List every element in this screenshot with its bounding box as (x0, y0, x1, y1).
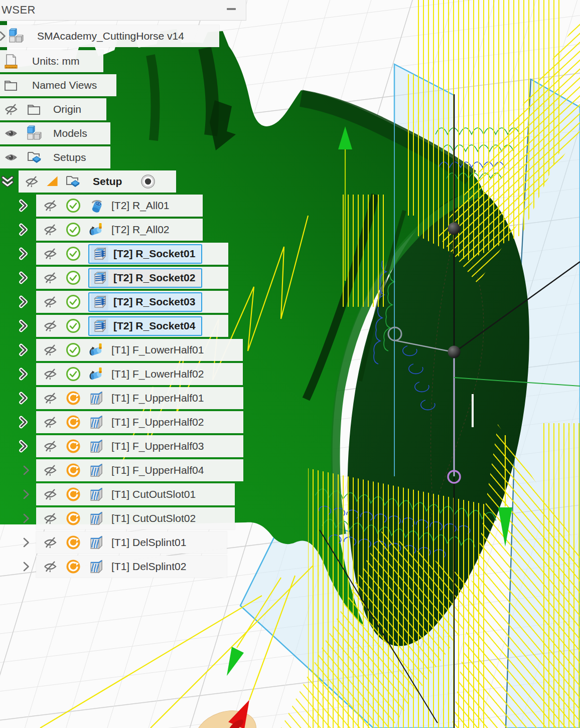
steep-shallow-icon (92, 270, 108, 286)
status-regenerate-icon (65, 559, 81, 575)
op-label[interactable]: [T1] F_LowerHalf01 (111, 344, 204, 356)
parallel-icon (88, 414, 104, 430)
chevron-right-icon[interactable] (0, 30, 8, 43)
status-ok-icon (65, 342, 81, 358)
document-title[interactable]: SMAcademy_CuttingHorse v14 (37, 30, 184, 42)
status-regenerate-icon (65, 510, 81, 526)
status-regenerate-icon (65, 414, 81, 430)
status-ok-icon (65, 270, 81, 286)
visibility-off-icon[interactable] (42, 390, 58, 406)
units-label[interactable]: Units: mm (32, 55, 80, 67)
gear-shadow-2 (151, 55, 155, 140)
visibility-off-icon[interactable] (42, 414, 58, 430)
visibility-off-icon[interactable] (42, 486, 58, 502)
op-label[interactable]: [T2] R_All01 (111, 200, 170, 212)
status-ok-icon (65, 222, 81, 238)
visibility-on-icon[interactable] (3, 125, 19, 141)
op-label[interactable]: [T1] CutOutSlot01 (111, 488, 196, 500)
status-regenerate-icon (65, 438, 81, 454)
visibility-off-icon[interactable] (42, 559, 58, 575)
chevron-right-icon[interactable] (20, 560, 33, 573)
visibility-off-icon[interactable] (42, 534, 58, 551)
folder-icon (3, 77, 19, 93)
op-label[interactable]: [T1] F_UpperHalf02 (111, 416, 204, 428)
op-label[interactable]: [T1] F_LowerHalf02 (111, 368, 204, 380)
parallel-icon (88, 390, 104, 406)
rotary-icon (88, 222, 104, 238)
steep-shallow-icon (92, 318, 108, 334)
parallel-icon (88, 462, 104, 478)
status-ok-icon (65, 318, 81, 334)
chevron-right-icon[interactable] (17, 440, 30, 453)
status-regenerate-icon (65, 486, 81, 502)
chevron-right-icon[interactable] (20, 512, 33, 525)
visibility-off-icon[interactable] (42, 342, 58, 358)
op-label[interactable]: [T2] R_Socket03 (113, 296, 195, 308)
setups-folder-icon (26, 149, 42, 165)
selection-box[interactable]: [T2] R_Socket04 (88, 316, 202, 336)
origin-label[interactable]: Origin (53, 103, 81, 115)
op-label[interactable]: [T1] F_UpperHalf03 (111, 440, 204, 452)
op-label[interactable]: [T1] CutOutSlot02 (111, 512, 196, 524)
setup-folder-icon (65, 173, 81, 190)
chevron-right-icon[interactable] (17, 343, 30, 356)
origin-point-handle[interactable] (448, 346, 461, 358)
op-label[interactable]: [T2] R_All02 (111, 224, 170, 236)
active-setup-radio[interactable] (140, 173, 156, 190)
chevron-right-icon[interactable] (17, 199, 30, 212)
chevron-right-icon[interactable] (17, 271, 30, 284)
chevron-right-icon[interactable] (17, 295, 30, 308)
units-icon (3, 53, 19, 69)
visibility-off-icon[interactable] (42, 270, 58, 286)
chevron-right-icon[interactable] (17, 416, 30, 429)
parallel-icon (88, 438, 104, 454)
named-views-label[interactable]: Named Views (32, 79, 97, 91)
browser-panel-header: WSER (0, 0, 246, 21)
chevron-right-icon[interactable] (20, 464, 33, 477)
op-label[interactable]: [T1] F_UpperHalf01 (111, 392, 204, 404)
chevron-right-icon[interactable] (17, 368, 30, 381)
op-label[interactable]: [T2] R_Socket01 (113, 248, 195, 260)
parallel-icon (88, 510, 104, 526)
visibility-off-icon[interactable] (42, 294, 58, 310)
chevron-right-icon[interactable] (20, 488, 33, 501)
chevron-right-icon[interactable] (17, 223, 30, 236)
op-label[interactable]: [T1] F_UpperHalf04 (111, 464, 204, 476)
selection-box[interactable]: [T2] R_Socket01 (88, 244, 202, 264)
visibility-off-icon[interactable] (42, 462, 58, 478)
op-label[interactable]: [T1] DelSplint01 (111, 536, 186, 549)
visibility-off-icon[interactable] (42, 318, 58, 334)
parallel-icon (88, 559, 104, 575)
visibility-off-icon[interactable] (42, 366, 58, 382)
browser-title: WSER (0, 4, 36, 17)
status-regenerate-icon (65, 390, 81, 406)
chevron-right-icon[interactable] (17, 392, 30, 405)
selection-box[interactable]: [T2] R_Socket02 (88, 268, 202, 288)
status-ok-icon (65, 294, 81, 310)
parallel-icon (88, 486, 104, 502)
status-ok-icon (65, 246, 81, 262)
setup-label[interactable]: Setup (93, 175, 122, 188)
rotary-icon (88, 342, 104, 358)
op-label[interactable]: [T1] DelSplint02 (111, 561, 186, 573)
setups-label[interactable]: Setups (53, 151, 86, 163)
op-label[interactable]: [T2] R_Socket04 (113, 320, 195, 332)
rotary-icon (88, 366, 104, 382)
visibility-off-icon[interactable] (42, 198, 58, 214)
visibility-off-icon[interactable] (24, 173, 40, 190)
minimize-icon[interactable] (227, 8, 236, 10)
visibility-off-icon[interactable] (42, 222, 58, 238)
visibility-off-icon[interactable] (42, 510, 58, 526)
visibility-off-icon[interactable] (42, 438, 58, 454)
chevron-right-icon[interactable] (17, 319, 30, 332)
visibility-off-icon[interactable] (3, 101, 19, 117)
op-label[interactable]: [T2] R_Socket02 (113, 272, 195, 284)
chevron-right-icon[interactable] (20, 536, 33, 549)
visibility-off-icon[interactable] (42, 246, 58, 262)
selection-box[interactable]: [T2] R_Socket03 (88, 292, 202, 312)
models-label[interactable]: Models (53, 127, 87, 139)
visibility-on-icon[interactable] (3, 149, 19, 165)
axis-point-handle[interactable] (448, 223, 461, 235)
chevron-collapse-icon[interactable] (1, 175, 14, 188)
chevron-right-icon[interactable] (17, 247, 30, 260)
